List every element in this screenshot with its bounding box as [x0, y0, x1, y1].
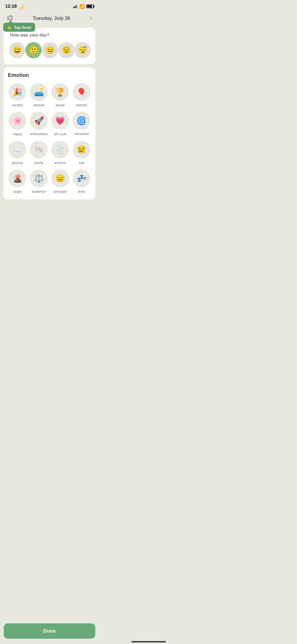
emotion-burdensome-icon: ⚖️: [30, 169, 48, 187]
close-button[interactable]: ×: [88, 15, 94, 22]
mood-very-happy[interactable]: 😄: [9, 42, 25, 58]
emotion-burdensome[interactable]: ⚖️ burdenso: [29, 169, 49, 194]
emotion-excited-label: excited: [12, 103, 23, 108]
emotion-annoyed[interactable]: 😑 annoyed: [51, 169, 70, 194]
emotion-annoyed-icon: 😑: [51, 169, 69, 187]
day-question: How was your day?: [9, 33, 90, 38]
emotion-annoyed-label: annoyed: [54, 190, 67, 194]
moon-icon: 🌙: [19, 4, 24, 9]
emotion-anxious-icon: 🌪️: [51, 141, 69, 159]
emotion-enthusiastic[interactable]: 🚀 enthusiastic: [29, 112, 49, 136]
emotion-angry-label: angry: [13, 190, 22, 194]
emotion-proud-label: proud: [56, 103, 64, 108]
emotion-lonely-icon: 🐚: [30, 141, 48, 159]
emotion-burdensome-label: burdenso: [32, 190, 46, 194]
emotion-relaxed-icon: 🛋️: [30, 83, 48, 101]
emotion-card: Emotion 🎉 excited 🛋️ relaxed 🏆 proud 🎈 h…: [4, 67, 95, 199]
tap-label: Tap here!: [14, 25, 31, 30]
emotion-proud[interactable]: 🏆 proud: [51, 83, 70, 108]
emotion-title: Emotion: [8, 72, 91, 78]
status-bar: 12:18 🌙 📶: [0, 0, 99, 11]
emotion-tired[interactable]: 💤 tired: [72, 169, 91, 194]
emotion-sad-label: sad: [79, 161, 84, 165]
emotion-excited-icon: 🎉: [8, 83, 26, 101]
mood-sad-icon: 😟: [62, 47, 71, 54]
emotion-anxious-label: anxious: [54, 161, 66, 165]
tap-tooltip[interactable]: 👆 Tap here!: [3, 23, 35, 32]
emotion-angry[interactable]: 🌋 angry: [8, 169, 27, 194]
status-time: 12:18: [5, 4, 17, 9]
emotion-happy[interactable]: 🌸 happy: [8, 112, 27, 136]
mood-row: 😄 🙂 😐 😟 😴: [9, 42, 90, 58]
emotion-pit-a-pat[interactable]: 💗 pit a pat: [51, 112, 70, 136]
page-title: Tuesday, July 26: [15, 16, 88, 21]
mood-very-happy-icon: 😄: [13, 47, 22, 54]
wifi-icon: 📶: [79, 4, 85, 9]
emotion-refreshed[interactable]: 🌀 refreshed: [72, 112, 91, 136]
emotion-hopeful-icon: 🎈: [73, 83, 91, 101]
emotion-relaxed-label: relaxed: [33, 103, 45, 108]
mood-neutral-icon: 😐: [45, 47, 55, 54]
emotion-pit-a-pat-label: pit a pat: [54, 132, 66, 136]
emotion-enthusiastic-icon: 🚀: [30, 112, 48, 130]
emotion-relaxed[interactable]: 🛋️ relaxed: [29, 83, 49, 108]
signal-icon: [73, 4, 78, 8]
emotion-sad-icon: 😢: [73, 141, 91, 159]
mood-happy[interactable]: 🙂: [25, 42, 42, 58]
emotion-refreshed-label: refreshed: [74, 132, 89, 136]
status-icons: 📶: [73, 4, 94, 9]
emotion-gloomy[interactable]: ☁️ gloomy: [8, 141, 27, 165]
emotion-enthusiastic-label: enthusiastic: [30, 132, 48, 136]
emotion-sad[interactable]: 😢 sad: [72, 141, 91, 165]
mood-very-sad-icon: 😴: [78, 47, 87, 54]
mood-very-sad[interactable]: 😴: [74, 42, 91, 58]
emotion-happy-icon: 🌸: [8, 112, 26, 130]
emotion-happy-label: happy: [13, 132, 22, 136]
emotion-refreshed-icon: 🌀: [73, 112, 91, 130]
emotion-anxious[interactable]: 🌪️ anxious: [51, 141, 70, 165]
emotion-lonely[interactable]: 🐚 lonely: [29, 141, 49, 165]
emotion-gloomy-icon: ☁️: [8, 141, 26, 159]
emotion-grid: 🎉 excited 🛋️ relaxed 🏆 proud 🎈 hopeful 🌸…: [8, 83, 91, 194]
emotion-hopeful-label: hopeful: [76, 103, 87, 108]
emotion-proud-icon: 🏆: [51, 83, 69, 101]
mood-happy-icon: 🙂: [29, 47, 38, 54]
emotion-excited[interactable]: 🎉 excited: [8, 83, 27, 108]
mood-sad[interactable]: 😟: [58, 42, 74, 58]
emotion-hopeful[interactable]: 🎈 hopeful: [72, 83, 91, 108]
emotion-tired-icon: 💤: [73, 169, 91, 187]
battery-icon: [86, 4, 94, 8]
tap-icon: 👆: [7, 25, 12, 30]
emotion-pit-a-pat-icon: 💗: [51, 112, 69, 130]
emotion-angry-icon: 🌋: [8, 169, 26, 187]
emotion-gloomy-label: gloomy: [12, 161, 23, 165]
emotion-lonely-label: lonely: [34, 161, 43, 165]
mood-neutral[interactable]: 😐: [42, 42, 58, 58]
header: Tuesday, July 26 × 👆 Tap here!: [0, 11, 99, 28]
emotion-tired-label: tired: [78, 190, 85, 194]
day-card: How was your day? 😄 🙂 😐 😟 😴: [4, 28, 95, 64]
